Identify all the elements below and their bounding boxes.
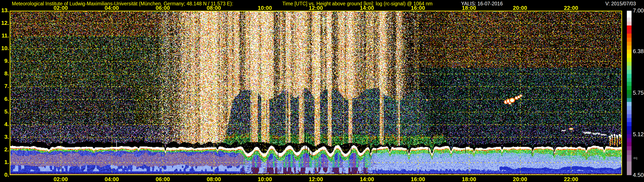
- x-tick-label-bottom: 04:00: [99, 176, 125, 182]
- colorbar: [627, 11, 632, 175]
- colorbar-segment: [627, 54, 632, 58]
- colorbar-tick-label: 4.50: [633, 172, 644, 178]
- y-tick-label: 10.: [0, 45, 9, 52]
- y-tick-label: 5.: [0, 108, 9, 115]
- x-tick-label-top: 06:00: [150, 5, 176, 11]
- colorbar-segment: [627, 102, 632, 106]
- colorbar-segment: [627, 110, 632, 114]
- colorbar-segment: [627, 150, 632, 155]
- x-tick-label-bottom: 10:00: [252, 176, 278, 182]
- colorbar-segment: [627, 122, 632, 126]
- colorbar-eq-label: eq: [634, 156, 637, 160]
- y-tick-label: 11.: [0, 32, 9, 39]
- colorbar-segment: [627, 86, 632, 90]
- x-tick-label-top: 02:00: [48, 5, 74, 11]
- version-label: V: 2015/07/03: [605, 1, 636, 7]
- x-tick-label-bottom: 16:00: [405, 176, 431, 182]
- colorbar-segment: [627, 74, 632, 78]
- x-tick-label-top: 08:00: [201, 5, 227, 11]
- colorbar-segment: [627, 66, 632, 70]
- y-tick-label: 4.: [0, 121, 9, 128]
- y-tick-label: 13.: [0, 7, 9, 14]
- colorbar-segment: [627, 126, 632, 130]
- colorbar-segment: [627, 70, 632, 74]
- y-tick-label: 12.: [0, 20, 9, 26]
- colorbar-segment: [627, 134, 632, 138]
- x-tick-label-bottom: 06:00: [150, 176, 176, 182]
- colorbar-segment: [627, 34, 632, 38]
- y-tick-label: 6.: [0, 96, 9, 102]
- y-tick-label: 9.: [0, 58, 9, 64]
- colorbar-segment: [627, 155, 632, 162]
- colorbar-segment: [627, 130, 632, 134]
- colorbar-segment: [627, 38, 632, 42]
- x-tick-label-top: 20:00: [507, 5, 533, 11]
- x-tick-label-top: 12:00: [303, 5, 329, 11]
- x-tick-label-top: 04:00: [99, 5, 125, 11]
- x-tick-label-bottom: 20:00: [507, 176, 533, 182]
- colorbar-tick-label: 7.00: [633, 7, 644, 14]
- colorbar-segment: [627, 146, 632, 150]
- colorbar-tick-label: 5.12: [633, 131, 644, 138]
- colorbar-segment: [627, 25, 632, 30]
- colorbar-segment: [627, 62, 632, 66]
- x-tick-label-bottom: 02:00: [48, 176, 74, 182]
- colorbar-segment: [627, 11, 632, 17]
- x-tick-label-top: 14:00: [354, 5, 380, 11]
- x-tick-label-bottom: 18:00: [456, 176, 482, 182]
- x-tick-label-top: 22:00: [558, 5, 584, 11]
- x-tick-label-top: 18:00: [456, 5, 482, 11]
- y-tick-label: 2.: [0, 146, 9, 153]
- colorbar-segment: [627, 94, 632, 98]
- y-tick-label: 3.: [0, 134, 9, 140]
- y-tick-label: 0.: [0, 172, 9, 178]
- colorbar-segment: [627, 30, 632, 34]
- colorbar-segment: [627, 90, 632, 94]
- y-tick-label: 7.: [0, 83, 9, 90]
- x-tick-label-bottom: 22:00: [558, 176, 584, 182]
- x-tick-label-bottom: 08:00: [201, 176, 227, 182]
- colorbar-segment: [627, 46, 632, 50]
- colorbar-segment: [627, 162, 632, 175]
- x-tick-label-bottom: 14:00: [354, 176, 380, 182]
- y-tick-label: 8.: [0, 70, 9, 77]
- colorbar-segment: [627, 78, 632, 82]
- x-tick-label-top: 16:00: [405, 5, 431, 11]
- lidar-quicklook-screen: Meteorological Institute of Ludwig-Maxim…: [0, 0, 644, 182]
- lidar-heatmap-canvas: [10, 11, 622, 175]
- colorbar-segment: [627, 82, 632, 86]
- y-tick-label: 1.: [0, 159, 9, 166]
- colorbar-tick-label: 5.75: [633, 90, 644, 96]
- colorbar-segment: [627, 106, 632, 110]
- x-tick-label-bottom: 12:00: [303, 176, 329, 182]
- colorbar-segment: [627, 114, 632, 118]
- colorbar-segment: [627, 118, 632, 122]
- colorbar-segment: [627, 22, 632, 26]
- colorbar-segment: [627, 42, 632, 46]
- colorbar-segment: [627, 58, 632, 62]
- colorbar-segment: [627, 138, 632, 142]
- colorbar-segment: [627, 98, 632, 102]
- colorbar-segment: [627, 17, 632, 22]
- colorbar-segment: [627, 142, 632, 146]
- colorbar-segment: [627, 50, 632, 54]
- colorbar-tick-label: 6.38: [633, 48, 644, 55]
- x-tick-label-top: 10:00: [252, 5, 278, 11]
